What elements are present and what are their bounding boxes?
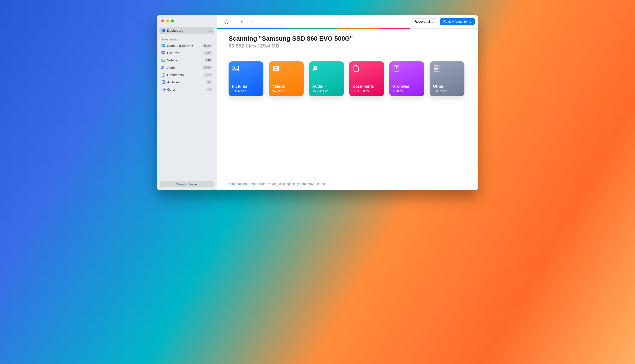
- svg-rect-7: [163, 31, 164, 32]
- app-window: Dashboard Scan results Samsung SSD 86…45…: [157, 15, 478, 190]
- sidebar-item-label: Other: [167, 88, 204, 91]
- status-bar: <1m elapsed. Please wait. Reading existi…: [217, 182, 478, 190]
- svg-rect-6: [162, 31, 162, 32]
- document-icon: [161, 73, 165, 77]
- card-title: Videos: [272, 84, 300, 89]
- sidebar: Dashboard Scan results Samsung SSD 86…45…: [157, 15, 217, 190]
- recover-all-button[interactable]: Recover all...: [411, 18, 437, 25]
- sidebar-item-count: 248: [204, 58, 212, 62]
- svg-rect-16: [233, 66, 238, 71]
- card-subtitle: 17 files: [393, 89, 421, 93]
- card-title: Documents: [352, 84, 380, 89]
- sidebar-item-count: 1K: [206, 88, 212, 91]
- card-subtitle: 1 407 files: [433, 89, 461, 93]
- show-in-finder-button[interactable]: Show in Finder: [160, 181, 214, 187]
- archive-icon: [161, 80, 165, 84]
- other-icon: [161, 88, 165, 91]
- sidebar-footer: Show in Finder: [157, 181, 216, 190]
- sidebar-item-label: Archives: [167, 80, 204, 84]
- sidebar-item-label: Pictures: [167, 51, 201, 55]
- document-icon: [352, 65, 360, 72]
- video-icon: [161, 58, 165, 62]
- dashboard-icon: [161, 28, 165, 32]
- card-subtitle: 248 files: [272, 89, 300, 93]
- home-button[interactable]: [223, 18, 230, 25]
- audio-icon: [312, 65, 320, 72]
- loading-spinner-icon: [209, 29, 212, 32]
- stop-scan-button[interactable]: [259, 18, 266, 25]
- category-cards: Pictures1 156 filesVideos248 filesAudio1…: [228, 62, 466, 96]
- card-title: Other: [433, 84, 461, 89]
- page-title: Scanning "Samsung SSD 860 EVO 500G": [228, 35, 466, 42]
- card-other[interactable]: Other1 407 files: [430, 62, 464, 96]
- svg-rect-11: [162, 52, 165, 54]
- svg-point-17: [234, 67, 235, 68]
- forward-button[interactable]: [248, 18, 256, 25]
- svg-rect-4: [163, 30, 164, 31]
- card-title: Archives: [393, 84, 421, 89]
- sidebar-item-other[interactable]: Other1K: [159, 86, 214, 93]
- archive-icon: [393, 65, 400, 72]
- svg-point-12: [162, 52, 163, 53]
- sidebar-item-count: 1,2K: [203, 51, 212, 55]
- card-videos[interactable]: Videos248 files: [269, 62, 304, 96]
- card-archives[interactable]: Archives17 files: [390, 62, 424, 96]
- sidebar-item-pictures[interactable]: Pictures1,2K: [159, 49, 214, 56]
- stop-icon: [266, 20, 266, 24]
- sidebar-scan-results: Samsung SSD 86…45,2KPictures1,2KVideos24…: [157, 42, 216, 93]
- main-pane: Recover all... Review found items Scanni…: [217, 15, 478, 190]
- svg-point-10: [164, 45, 164, 46]
- card-subtitle: 15 778 files: [312, 89, 340, 93]
- card-pictures[interactable]: Pictures1 156 files: [228, 62, 264, 96]
- other-icon: [433, 65, 440, 72]
- close-window-button[interactable]: [161, 20, 164, 22]
- sidebar-item-label: Documents: [167, 73, 202, 77]
- maximize-window-button[interactable]: [171, 20, 174, 22]
- sidebar-item-label: Audio: [167, 66, 200, 70]
- svg-rect-5: [164, 30, 165, 31]
- sidebar-items: Dashboard: [157, 27, 216, 34]
- svg-rect-0: [162, 29, 162, 30]
- sidebar-item-videos[interactable]: Videos248: [159, 56, 214, 64]
- sidebar-item-count: 27K: [204, 73, 212, 77]
- content-area: Scanning "Samsung SSD 860 EVO 500G" 60 5…: [217, 29, 478, 182]
- svg-rect-2: [164, 29, 165, 30]
- back-button[interactable]: [238, 18, 246, 25]
- svg-rect-3: [162, 30, 162, 31]
- video-icon: [272, 65, 280, 72]
- sidebar-item-audio[interactable]: Audio15,8K: [159, 64, 214, 71]
- card-audio[interactable]: Audio15 778 files: [309, 62, 344, 96]
- svg-rect-8: [164, 31, 165, 32]
- sidebar-item-count: 45,2K: [202, 44, 212, 48]
- audio-icon: [161, 66, 165, 70]
- card-subtitle: 26 999 files: [352, 89, 380, 93]
- review-found-items-button[interactable]: Review found items: [440, 18, 475, 25]
- page-subtitle: 60 552 files / 29,4 GB: [228, 43, 466, 49]
- picture-icon: [232, 65, 239, 72]
- drive-icon: [161, 44, 165, 48]
- picture-icon: [161, 51, 165, 55]
- sidebar-item-count: 17: [206, 80, 212, 84]
- card-subtitle: 1 156 files: [232, 89, 260, 93]
- card-title: Pictures: [232, 84, 260, 89]
- toolbar: Recover all... Review found items: [217, 15, 478, 28]
- sidebar-item-dashboard[interactable]: Dashboard: [159, 27, 214, 34]
- sidebar-item-documents[interactable]: Documents27K: [159, 71, 214, 78]
- sidebar-item-label: Dashboard: [167, 29, 207, 32]
- window-controls: [157, 18, 216, 27]
- card-title: Audio: [312, 84, 340, 89]
- sidebar-section-title: Scan results: [157, 34, 216, 42]
- minimize-window-button[interactable]: [166, 20, 169, 22]
- sidebar-item-archives[interactable]: Archives17: [159, 78, 214, 86]
- sidebar-item-label: Samsung SSD 86…: [167, 44, 200, 48]
- svg-rect-1: [163, 29, 164, 30]
- sidebar-item-label: Videos: [167, 58, 202, 62]
- sidebar-item-drive[interactable]: Samsung SSD 86…45,2K: [159, 42, 214, 49]
- sidebar-item-count: 15,8K: [202, 66, 212, 70]
- card-documents[interactable]: Documents26 999 files: [349, 62, 384, 96]
